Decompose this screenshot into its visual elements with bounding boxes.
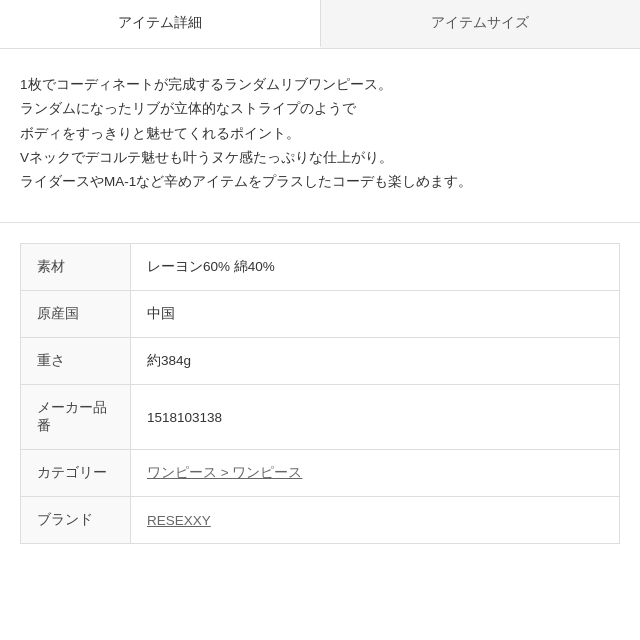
table-label: 原産国 — [21, 291, 131, 338]
description-section: 1枚でコーディネートが完成するランダムリブワンピース。 ランダムになったリブが立… — [0, 49, 640, 223]
table-value: レーヨン60% 綿40% — [131, 244, 620, 291]
table-value: 1518103138 — [131, 385, 620, 450]
table-label: 素材 — [21, 244, 131, 291]
tab-details[interactable]: アイテム詳細 — [0, 0, 321, 48]
table-link[interactable]: RESEXXY — [147, 513, 211, 528]
tabs-container: アイテム詳細 アイテムサイズ — [0, 0, 640, 49]
tab-size[interactable]: アイテムサイズ — [321, 0, 641, 48]
table-label: メーカー品番 — [21, 385, 131, 450]
table-label: ブランド — [21, 497, 131, 544]
table-value: 中国 — [131, 291, 620, 338]
table-label: 重さ — [21, 338, 131, 385]
table-value[interactable]: RESEXXY — [131, 497, 620, 544]
table-row: 素材レーヨン60% 綿40% — [21, 244, 620, 291]
table-label: カテゴリー — [21, 450, 131, 497]
table-wrapper: 素材レーヨン60% 綿40%原産国中国重さ約384gメーカー品番15181031… — [0, 223, 640, 564]
table-value: 約384g — [131, 338, 620, 385]
table-row: ブランドRESEXXY — [21, 497, 620, 544]
table-value[interactable]: ワンピース > ワンピース — [131, 450, 620, 497]
table-row: カテゴリーワンピース > ワンピース — [21, 450, 620, 497]
table-link[interactable]: ワンピース > ワンピース — [147, 465, 302, 480]
details-table: 素材レーヨン60% 綿40%原産国中国重さ約384gメーカー品番15181031… — [20, 243, 620, 544]
table-row: 原産国中国 — [21, 291, 620, 338]
description-text: 1枚でコーディネートが完成するランダムリブワンピース。 ランダムになったリブが立… — [20, 77, 472, 189]
table-row: 重さ約384g — [21, 338, 620, 385]
table-row: メーカー品番1518103138 — [21, 385, 620, 450]
